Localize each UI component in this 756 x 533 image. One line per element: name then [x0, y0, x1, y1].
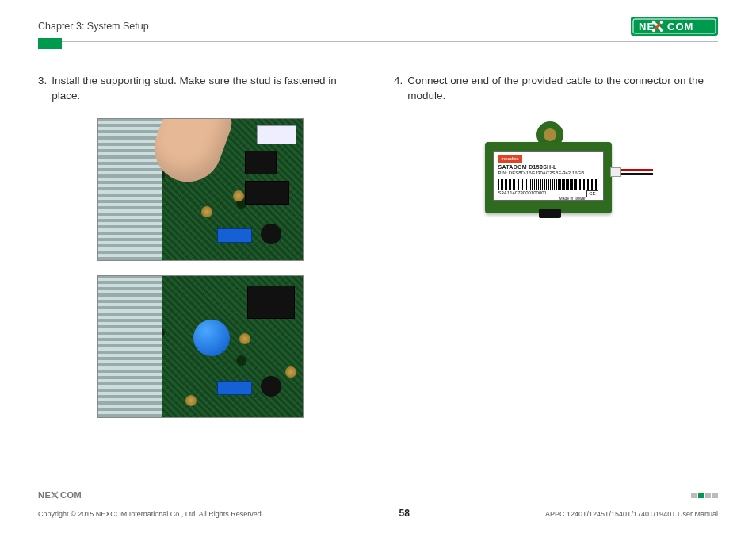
svg-text:NE: NE: [38, 490, 51, 500]
module-cable: [610, 164, 650, 180]
svg-point-6: [660, 21, 663, 24]
step-4: 4. Connect one end of the provided cable…: [394, 74, 718, 104]
footer-ornament-icon: [691, 493, 718, 498]
module-label-barcode: [498, 179, 598, 190]
module-label-pn: P/N: DES8D-16GJ30AC2SBF-342 16GB: [498, 171, 585, 175]
page-number: 58: [399, 508, 409, 519]
chapter-title: Chapter 3: System Setup: [38, 21, 149, 32]
nexcom-footer-logo: NE COM: [38, 489, 94, 500]
doc-title: APPC 1240T/1245T/1540T/1740T/1940T User …: [545, 510, 718, 518]
nexcom-logo: NE COM: [631, 17, 718, 36]
step-4-number: 4.: [394, 74, 403, 104]
copyright-text: Copyright © 2015 NEXCOM International Co…: [38, 510, 263, 518]
module-label-brand: innodisk: [498, 155, 522, 163]
accent-bar: [38, 38, 62, 49]
step-3-text: Install the supporting stud. Make sure t…: [52, 74, 362, 104]
module-label-model: SATADOM D150SH-L: [498, 164, 557, 170]
module-label: innodisk SATADOM D150SH-L P/N: DES8D-16G…: [493, 151, 604, 201]
step-4-text: Connect one end of the provided cable to…: [407, 74, 718, 104]
svg-point-7: [652, 29, 655, 32]
module-label-cert: CE: [586, 190, 598, 197]
svg-point-5: [652, 21, 655, 24]
photo-satadom-module: innodisk SATADOM D150SH-L P/N: DES8D-16G…: [469, 118, 643, 229]
svg-text:COM: COM: [667, 21, 693, 33]
module-label-serial: S3A114073000100001: [498, 190, 547, 195]
photo-stud-install-hand: [97, 118, 304, 261]
module-label-made: Made in Taiwan: [559, 196, 587, 201]
header-divider: [38, 41, 718, 42]
step-3-number: 3.: [38, 74, 47, 104]
step-3: 3. Install the supporting stud. Make sur…: [38, 74, 362, 104]
svg-point-8: [660, 29, 663, 32]
footer-divider: [38, 504, 718, 504]
photo-stud-installed-battery: [97, 275, 304, 418]
svg-text:COM: COM: [60, 490, 82, 500]
